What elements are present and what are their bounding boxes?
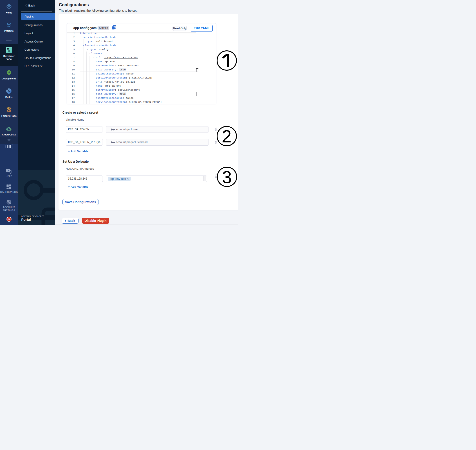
svg-text:$: $ xyxy=(8,127,10,130)
svg-text:?: ? xyxy=(7,169,9,172)
